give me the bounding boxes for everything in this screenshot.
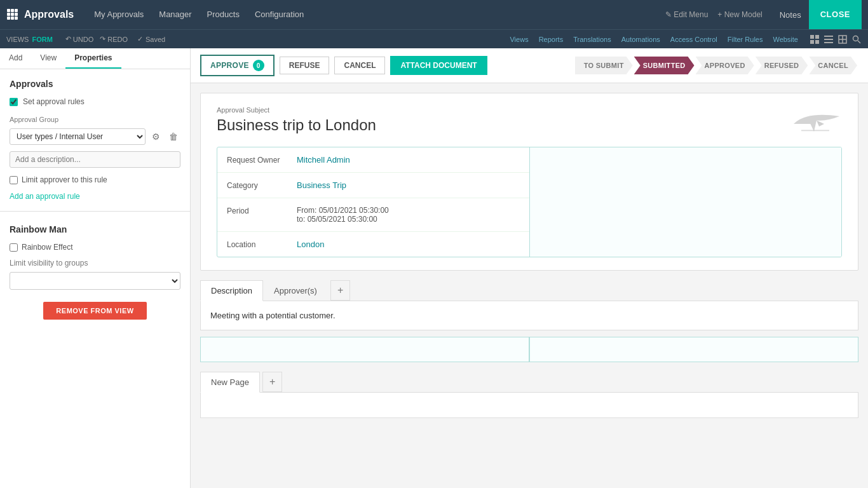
limit-approver-label: Limit approver to this rule xyxy=(22,175,107,184)
automations-link[interactable]: Automations xyxy=(616,36,665,43)
location-row: Location London xyxy=(217,232,529,257)
sidebar-tab-properties[interactable]: Properties xyxy=(65,48,121,69)
filter-icon-btn[interactable]: ⚙ xyxy=(149,130,163,143)
translations-link[interactable]: Translations xyxy=(568,36,616,43)
new-page-tab-add-button[interactable]: + xyxy=(262,372,282,392)
views-link[interactable]: Views xyxy=(505,36,533,43)
grid-icon[interactable] xyxy=(6,8,18,22)
svg-rect-10 xyxy=(815,35,819,39)
form-fields-grid: Request Owner Mitchell Admin Category Bu… xyxy=(217,147,842,257)
access-control-link[interactable]: Access Control xyxy=(665,36,722,43)
svg-rect-3 xyxy=(7,13,10,16)
main-layout: Add View Properties Approvals Set approv… xyxy=(0,48,868,488)
sidebar-tabs: Add View Properties xyxy=(0,48,190,69)
remove-from-view-button[interactable]: REMOVE FROM VIEW xyxy=(43,302,146,320)
kanban-view-icon[interactable] xyxy=(810,34,820,44)
new-page-tabs-bar: New Page + xyxy=(200,372,858,393)
add-description-row xyxy=(0,147,190,172)
views-label: VIEWS xyxy=(6,36,29,43)
add-approval-rule-link[interactable]: Add an approval rule xyxy=(0,188,190,205)
period-row: Period From: 05/01/2021 05:30:00 to: 05/… xyxy=(217,198,529,232)
nav-configuration[interactable]: Configuration xyxy=(247,0,311,29)
rainbow-effect-checkbox[interactable] xyxy=(10,243,18,252)
bottom-cell-left xyxy=(200,337,529,362)
status-cancel: CANCEL xyxy=(809,57,857,74)
svg-rect-0 xyxy=(7,9,10,12)
svg-rect-9 xyxy=(810,35,814,39)
svg-point-19 xyxy=(853,36,858,41)
svg-rect-14 xyxy=(824,39,833,40)
edit-menu-link[interactable]: ✎ Edit Menu xyxy=(665,10,708,19)
limit-approver-row[interactable]: Limit approver to this rule xyxy=(0,172,190,188)
content-toolbar: APPROVE 0 REFUSE CANCEL ATTACH DOCUMENT … xyxy=(191,48,868,83)
svg-rect-15 xyxy=(824,42,833,43)
rainbow-effect-item[interactable]: Rainbow Effect xyxy=(0,240,190,255)
add-description-input[interactable] xyxy=(10,151,180,168)
tab-description[interactable]: Description xyxy=(200,280,263,301)
secondary-nav-links: Views Reports Translations Automations A… xyxy=(505,36,803,43)
saved-status: ✓ Saved xyxy=(137,35,165,43)
nav-my-approvals[interactable]: My Approvals xyxy=(86,0,151,29)
limit-approver-checkbox[interactable] xyxy=(10,176,18,184)
cancel-button[interactable]: CANCEL xyxy=(334,57,385,74)
rainbow-effect-label: Rainbow Effect xyxy=(22,243,73,252)
sidebar-tab-view[interactable]: View xyxy=(31,48,65,69)
svg-rect-4 xyxy=(11,13,14,16)
filter-rules-link[interactable]: Filter Rules xyxy=(722,36,768,43)
website-link[interactable]: Website xyxy=(768,36,803,43)
category-value[interactable]: Business Trip xyxy=(297,180,346,190)
approval-title: Business trip to London xyxy=(217,116,842,134)
request-owner-label: Request Owner xyxy=(227,155,297,165)
set-approval-rules-item[interactable]: Set approval rules xyxy=(0,94,190,109)
reports-link[interactable]: Reports xyxy=(534,36,569,43)
svg-rect-2 xyxy=(15,9,18,12)
form-left-column: Request Owner Mitchell Admin Category Bu… xyxy=(217,147,529,257)
visibility-select[interactable] xyxy=(10,272,180,290)
svg-rect-11 xyxy=(810,40,814,44)
request-owner-value[interactable]: Mitchell Admin xyxy=(297,155,350,165)
form-card: Approval Subject Business trip to London… xyxy=(200,93,858,271)
approval-group-select[interactable]: User types / Internal User xyxy=(10,128,146,145)
status-to-submit: TO SUBMIT xyxy=(575,57,633,74)
refuse-button[interactable]: REFUSE xyxy=(280,57,330,74)
sidebar-tab-add[interactable]: Add xyxy=(0,48,31,69)
tabs-bar: Description Approver(s) + xyxy=(200,280,858,301)
redo-button[interactable]: ↷ REDO xyxy=(100,35,128,43)
location-value[interactable]: London xyxy=(297,240,324,249)
tab-add-button[interactable]: + xyxy=(330,280,350,301)
svg-rect-8 xyxy=(15,17,18,20)
search-icon[interactable] xyxy=(851,34,862,44)
close-button[interactable]: CLOSE xyxy=(809,0,862,29)
undo-button[interactable]: ↶ UNDO xyxy=(65,35,93,43)
delete-icon-btn[interactable]: 🗑 xyxy=(166,130,180,143)
attach-document-button[interactable]: ATTACH DOCUMENT xyxy=(390,56,487,75)
nav-products[interactable]: Products xyxy=(200,0,247,29)
main-content: APPROVE 0 REFUSE CANCEL ATTACH DOCUMENT … xyxy=(191,48,868,488)
category-label: Category xyxy=(227,180,297,190)
new-model-link[interactable]: + New Model xyxy=(717,10,762,19)
grid-view-icon[interactable] xyxy=(837,34,848,44)
tab-content-description: Meeting with a potential customer. xyxy=(200,301,858,330)
nav-manager[interactable]: Manager xyxy=(151,0,199,29)
form-right-column xyxy=(529,147,841,257)
svg-line-20 xyxy=(858,41,860,43)
second-navigation: VIEWS FORM ↶ UNDO ↷ REDO ✓ Saved Views R… xyxy=(0,29,868,48)
notes-button[interactable]: Notes xyxy=(772,10,809,20)
svg-rect-6 xyxy=(7,17,10,20)
bottom-row-1 xyxy=(200,337,858,362)
tab-approvers[interactable]: Approver(s) xyxy=(263,280,328,301)
approve-button[interactable]: APPROVE 0 xyxy=(200,55,275,76)
new-page-tab[interactable]: New Page xyxy=(200,372,260,393)
approval-group-label: Approval Group xyxy=(0,109,190,126)
approval-group-row: User types / Internal User ⚙ 🗑 xyxy=(0,126,190,147)
svg-rect-13 xyxy=(824,36,833,37)
approvals-section-title: Approvals xyxy=(0,69,190,94)
plane-icon xyxy=(791,106,842,139)
view-icons-group xyxy=(810,34,862,44)
status-pipeline: TO SUBMIT SUBMITTED APPROVED REFUSED CAN… xyxy=(575,57,858,74)
svg-rect-12 xyxy=(815,40,819,44)
list-view-icon[interactable] xyxy=(824,34,834,44)
period-label: Period xyxy=(227,206,297,215)
set-approval-rules-checkbox[interactable] xyxy=(10,98,18,106)
svg-rect-1 xyxy=(11,9,14,12)
